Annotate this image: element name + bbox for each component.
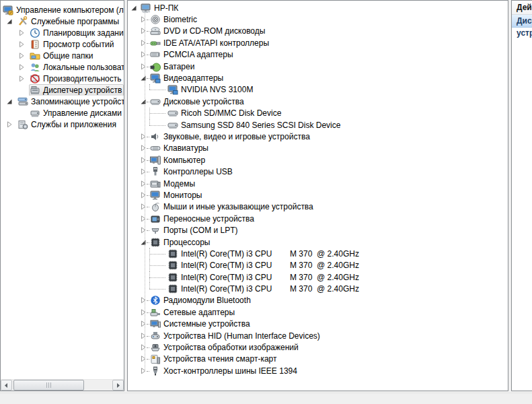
tree-item-label: Мониторы	[163, 191, 202, 200]
tree-item-content: Локальные пользователи и группы	[29, 61, 124, 73]
tree-item[interactable]: Батареи	[128, 61, 508, 72]
performance-icon	[30, 73, 40, 84]
tree-item[interactable]: NVIDIA NVS 3100M	[128, 84, 508, 96]
tree-item-content: Диспетчер устройств	[29, 84, 124, 96]
expanded-arrow-icon[interactable]	[130, 3, 140, 13]
utilities-icon	[17, 16, 28, 27]
tree-item[interactable]: Intel(R) Core(TM) i3 CPU M 370 @ 2.40GHz	[128, 248, 508, 259]
tree-item-label: Intel(R) Core(TM) i3 CPU M 370 @ 2.40GHz	[181, 273, 359, 282]
modem-icon	[150, 178, 161, 189]
tree-item[interactable]: Диспетчер устройств	[1, 84, 124, 96]
tree-item-content: Intel(R) Core(TM) i3 CPU M 370 @ 2.40GHz	[167, 271, 361, 283]
tree-item-content: Переносные устройства	[149, 213, 256, 224]
tree-item-content: HP-ПК	[140, 2, 180, 13]
tree-item[interactable]: Устройства чтения смарт-карт	[128, 354, 508, 365]
collapsed-arrow-icon[interactable]	[18, 28, 29, 38]
tree-item[interactable]: Запоминающие устройства	[1, 96, 124, 107]
tree-item-label: Контроллеры USB	[163, 167, 233, 176]
expanded-arrow-icon[interactable]	[6, 16, 17, 27]
tree-item-content: Дисковые устройства	[149, 96, 246, 107]
cd-drive-icon	[150, 26, 161, 36]
tree-connector-line	[144, 84, 167, 96]
tree-item-label: IDE ATA/ATAPI контроллеры	[163, 38, 269, 48]
tree-item[interactable]: Дисковые устройства	[128, 96, 508, 107]
tree-item-content: Системные устройства	[149, 318, 252, 330]
tree-item-label: Модемы	[163, 179, 195, 189]
tree-item[interactable]: Служебные программы	[1, 15, 124, 27]
cpu-icon	[167, 283, 178, 294]
tree-item-content: Батареи	[149, 61, 196, 72]
tree-item[interactable]: Samsung SSD 840 Series SCSI Disk Device	[128, 119, 508, 131]
ide-controller-icon	[150, 38, 161, 48]
scrollbar-track[interactable]	[12, 380, 112, 391]
tree-item[interactable]: Переносные устройства	[128, 213, 508, 224]
battery-icon	[150, 61, 161, 72]
tree-item-label: Производительность	[43, 74, 121, 83]
tree-item[interactable]: Сетевые адаптеры	[128, 306, 508, 318]
tree-item[interactable]: Модемы	[128, 178, 508, 189]
tree-item[interactable]: Мыши и иные указывающие устройства	[128, 201, 508, 213]
tree-item[interactable]: Управление компьютером (локальным)	[1, 4, 124, 15]
tree-item[interactable]: Ricoh SD/MMC Disk Device	[128, 108, 508, 119]
storage-devices-icon	[17, 96, 28, 107]
tree-item-content: Клавиатуры	[149, 143, 211, 154]
tree-item[interactable]: Локальные пользователи и группы	[1, 61, 124, 73]
network-adapter-icon	[150, 307, 161, 318]
status-bar	[0, 393, 532, 404]
disk-management-icon	[30, 108, 40, 119]
tree-item[interactable]: Просмотр событий	[1, 38, 124, 50]
actions-section-device-manager[interactable]: Диспетчер устройств	[512, 15, 532, 28]
collapsed-arrow-icon[interactable]	[6, 119, 17, 130]
tree-item[interactable]: Мониторы	[128, 189, 508, 201]
display-adapter-icon	[167, 84, 178, 95]
tree-item-content: Intel(R) Core(TM) i3 CPU M 370 @ 2.40GHz	[167, 260, 361, 271]
horizontal-scrollbar[interactable]	[1, 379, 124, 391]
tree-item[interactable]: Общие папки	[1, 50, 124, 61]
tree-item[interactable]: Планировщик заданий	[1, 27, 124, 38]
tree-item-label: Переносные устройства	[163, 214, 254, 224]
tree-item[interactable]: Устройства обработки изображений	[128, 341, 508, 353]
tree-item[interactable]: Порты (COM и LPT)	[128, 224, 508, 236]
collapsed-arrow-icon[interactable]	[18, 50, 29, 61]
console-tree: Управление компьютером (локальным)Служеб…	[1, 1, 124, 130]
tree-item-label: Видеоадаптеры	[163, 73, 223, 83]
tree-item[interactable]: Процессоры	[128, 236, 508, 248]
tree-item[interactable]: Звуковые, видео и игровые устройства	[128, 131, 508, 142]
computer-management-window: Управление компьютером (локальным)Служеб…	[0, 0, 532, 404]
tree-item[interactable]: Видеоадаптеры	[128, 72, 508, 83]
pcmcia-card-icon	[150, 49, 161, 60]
console-tree-panel: Управление компьютером (локальным)Служеб…	[0, 0, 124, 391]
tree-item[interactable]: Производительность	[1, 73, 124, 84]
tree-item[interactable]: DVD и CD-ROM дисководы	[128, 26, 508, 37]
tree-connector-line	[144, 283, 167, 294]
tree-item[interactable]: Системные устройства	[128, 318, 508, 330]
tree-item[interactable]: Радиомодули Bluetooth	[128, 295, 508, 306]
tree-item[interactable]: Intel(R) Core(TM) i3 CPU M 370 @ 2.40GHz	[128, 283, 508, 294]
tree-item[interactable]: Intel(R) Core(TM) i3 CPU M 370 @ 2.40GHz	[128, 271, 508, 283]
tree-item[interactable]: Biometric	[128, 13, 508, 25]
tree-item[interactable]: Intel(R) Core(TM) i3 CPU M 370 @ 2.40GHz	[128, 260, 508, 271]
tree-item[interactable]: Управление дисками	[1, 107, 124, 119]
scrollbar-thumb[interactable]	[13, 380, 84, 391]
audio-device-icon	[150, 131, 161, 142]
tree-item[interactable]: Хост-контроллеры шины IEEE 1394	[128, 365, 508, 376]
tree-item[interactable]: IDE ATA/ATAPI контроллеры	[128, 37, 508, 48]
device-manager-icon	[30, 85, 40, 96]
tree-item[interactable]: Клавиатуры	[128, 143, 508, 154]
tree-item-content: Intel(R) Core(TM) i3 CPU M 370 @ 2.40GHz	[167, 248, 361, 259]
tree-item-label: Планировщик заданий	[43, 28, 124, 38]
tree-item[interactable]: Контроллеры USB	[128, 166, 508, 177]
scroll-left-button[interactable]	[1, 380, 12, 391]
tree-item-content: Компьютер	[149, 154, 207, 166]
tree-item[interactable]: Компьютер	[128, 154, 508, 166]
collapsed-arrow-icon[interactable]	[18, 62, 29, 73]
expanded-arrow-icon[interactable]	[6, 96, 17, 107]
collapsed-arrow-icon[interactable]	[18, 39, 29, 50]
tree-item[interactable]: Службы и приложения	[1, 119, 124, 130]
keyboard-icon	[150, 143, 161, 154]
tree-item[interactable]: HP-ПК	[128, 2, 508, 13]
tree-item[interactable]: PCMCIA адаптеры	[128, 49, 508, 61]
collapsed-arrow-icon[interactable]	[18, 73, 29, 84]
tree-item[interactable]: Устройства HID (Human Interface Devices)	[128, 330, 508, 341]
scroll-right-button[interactable]	[112, 380, 124, 391]
